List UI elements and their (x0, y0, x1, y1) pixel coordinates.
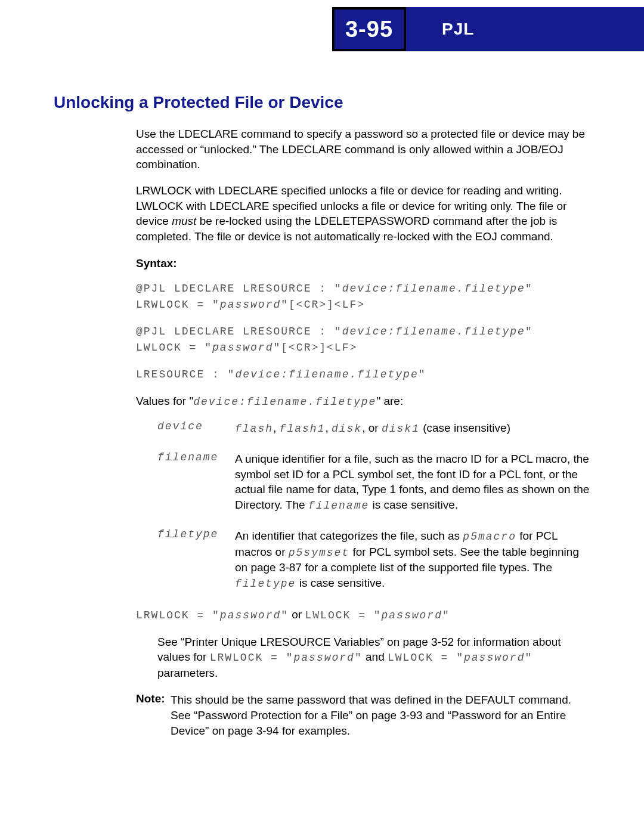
paragraph-2: LRWLOCK with LDECLARE specified unlocks … (136, 183, 590, 244)
dev-v1: flash (235, 423, 273, 435)
dev-or: , or (362, 422, 382, 434)
doc-code-bar: PJL (406, 7, 644, 51)
s1-l2b: password (220, 299, 281, 311)
dl-row-filename: filename A unique identifier for a file,… (157, 451, 590, 513)
see-paragraph: See “Printer Unique LRESOURCE Variables”… (157, 634, 590, 681)
s3b: device:filename.filetype (235, 368, 418, 380)
paragraph-1: Use the LDECLARE command to specify a pa… (136, 126, 590, 172)
ft-d: is case sensitive. (296, 577, 385, 589)
s1-l2c: "[<CR>]<LF> (281, 299, 365, 311)
syntax-block-3: LRESOURCE : "device:filename.filetype" (136, 367, 590, 383)
syntax-block-1: @PJL LDECLARE LRESOURCE : "device:filena… (136, 281, 590, 313)
dl-term-device: device (157, 420, 235, 436)
page-number: 3-95 (345, 17, 393, 42)
s3a: LRESOURCE : " (136, 368, 235, 380)
vf-code: device:filename.filetype (193, 396, 376, 408)
note-label: Note: (136, 692, 171, 738)
dl-def-filetype: An identifier that categorizes the file,… (235, 528, 590, 591)
dl-row-filetype: filetype An identifier that categorizes … (157, 528, 590, 591)
sp-c1b: password (293, 652, 354, 664)
ft-c2: p5symset (289, 547, 349, 559)
para2-b: be re-locked using the LDELETEPASSWORD c… (136, 215, 557, 243)
syntax-block-2: @PJL LDECLARE LRESOURCE : "device:filena… (136, 324, 590, 356)
ll-f: " (442, 609, 450, 621)
dl-row-device: device flash, flash1, disk, or disk1 (ca… (157, 420, 590, 436)
dev-v2: flash1 (280, 423, 326, 435)
ft-a: An identifier that categorizes the file,… (235, 529, 463, 542)
s1-l2a: LRWLOCK = " (136, 299, 220, 311)
definition-list: device flash, flash1, disk, or disk1 (ca… (157, 420, 590, 591)
s2-l1b: device:filename.filetype (342, 326, 525, 337)
dl-def-filename: A unique identifier for a file, such as … (235, 451, 590, 513)
s1-l1a: @PJL LDECLARE LRESOURCE : " (136, 283, 342, 295)
fn-b: is case sensitive. (369, 498, 458, 511)
dl-def-device: flash, flash1, disk, or disk1 (case inse… (235, 420, 590, 436)
s2-l1c: " (525, 326, 533, 337)
sp-c2a: LWLOCK = " (388, 652, 464, 664)
sp-c1c: " (355, 652, 363, 664)
values-for-line: Values for "device:filename.filetype" ar… (136, 394, 590, 409)
s2-l2c: "[<CR>]<LF> (273, 342, 357, 354)
page-number-box: 3-95 (332, 7, 406, 51)
ll-b: password (220, 609, 281, 621)
ll-a: LRWLOCK = " (136, 609, 220, 621)
dev-v4: disk1 (382, 423, 420, 435)
body-block: Use the LDECLARE command to specify a pa… (136, 126, 590, 738)
ft-c3: filetype (235, 578, 296, 590)
para2-must: must (172, 215, 196, 227)
fn-code: filename (308, 500, 369, 512)
ll-e: password (382, 609, 442, 621)
doc-code: PJL (442, 20, 474, 39)
lock-line: LRWLOCK = "password" or LWLOCK = "passwo… (136, 606, 590, 624)
syntax-label: Syntax: (136, 257, 590, 270)
section-title: Unlocking a Protected File or Device (54, 93, 590, 112)
note-row: Note: This should be the same password t… (136, 692, 590, 738)
s2-l2b: password (212, 342, 273, 354)
sp-c2c: " (525, 652, 532, 664)
vf-b: " are: (376, 395, 403, 407)
s1-l1b: device:filename.filetype (342, 283, 525, 295)
page-header: 3-95 PJL (0, 7, 644, 51)
vf-a: Values for " (136, 395, 193, 407)
s1-l1c: " (525, 283, 533, 295)
s2-l2a: LWLOCK = " (136, 342, 212, 354)
ll-or: or (289, 608, 305, 621)
sp-tail: parameters. (157, 667, 218, 679)
note-body: This should be the same password that wa… (171, 692, 590, 738)
s3c: " (419, 368, 426, 380)
dev-tail: (case insensitive) (420, 422, 510, 434)
sp-and: and (363, 651, 388, 663)
ll-c: " (281, 609, 289, 621)
ft-c1: p5macro (463, 531, 516, 543)
page-content: Unlocking a Protected File or Device Use… (0, 51, 644, 774)
dl-term-filetype: filetype (157, 528, 235, 591)
sp-c1a: LRWLOCK = " (210, 652, 294, 664)
dev-sep2: , (325, 422, 332, 434)
dev-sep1: , (273, 422, 280, 434)
sp-c2b: password (464, 652, 525, 664)
ll-d: LWLOCK = " (305, 609, 382, 621)
dl-term-filename: filename (157, 451, 235, 513)
dev-v3: disk (332, 423, 362, 435)
s2-l1a: @PJL LDECLARE LRESOURCE : " (136, 326, 342, 337)
header-spacer (0, 7, 332, 51)
